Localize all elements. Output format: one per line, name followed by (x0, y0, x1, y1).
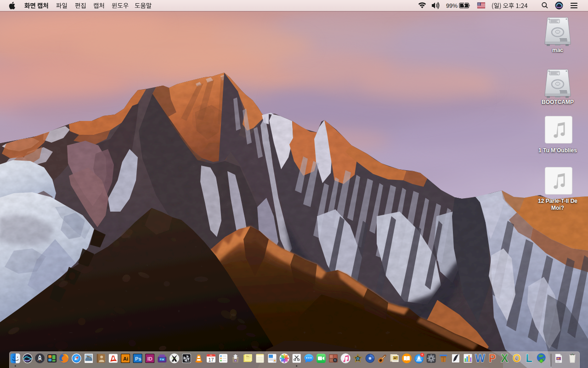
svg-text:P: P (489, 352, 496, 364)
svg-text:W: W (475, 352, 485, 364)
svg-text:L: L (526, 352, 532, 364)
svg-text:O: O (513, 352, 521, 364)
svg-text:ID: ID (147, 356, 153, 362)
svg-text:Ai: Ai (123, 356, 128, 362)
svg-text:99%: 99% (446, 3, 458, 9)
svg-text:4: 4 (421, 353, 423, 356)
svg-text:Plan: Plan (246, 356, 249, 357)
svg-text:JUL: JUL (209, 355, 212, 356)
svg-text:Ps: Ps (135, 356, 141, 362)
svg-text:X: X (501, 352, 509, 364)
svg-text:17: 17 (209, 357, 214, 362)
